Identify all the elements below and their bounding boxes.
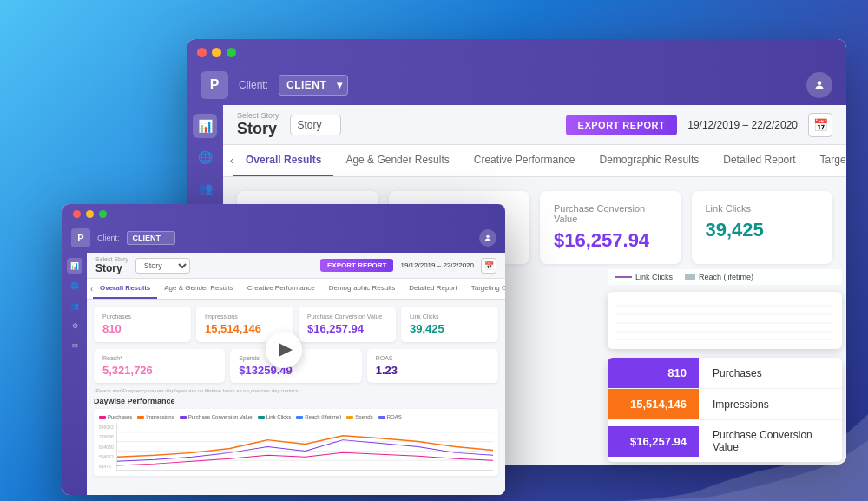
story-dropdown[interactable]: Story xyxy=(290,115,341,135)
app-logo: P xyxy=(201,71,228,99)
client-label: Client: xyxy=(239,79,268,91)
chart-legend: Link Clicks Reach (lifetime) xyxy=(608,269,842,285)
daywise-chart: Purchases Impressions Purchase Conversio… xyxy=(94,409,498,476)
small-link-clicks-card: Link Clicks 39,425 xyxy=(401,307,498,342)
small-pcv-value: $16,257.94 xyxy=(307,322,387,335)
small-roas-label: ROAS xyxy=(376,355,490,361)
small-story-title: Story xyxy=(95,262,128,274)
legend-link-label: Link Clicks xyxy=(635,273,673,281)
y-label-1: 896042 xyxy=(99,425,114,430)
small-sidebar-mail-icon[interactable]: ✉ xyxy=(67,338,82,353)
avatar-btn[interactable] xyxy=(806,72,832,98)
small-sidebar-globe-icon[interactable]: 🌐 xyxy=(67,278,82,293)
close-btn[interactable] xyxy=(197,48,207,57)
client-dropdown[interactable]: CLIENT xyxy=(279,75,348,96)
minimize-btn[interactable] xyxy=(212,48,221,57)
small-close-btn[interactable] xyxy=(73,210,81,218)
legend-reach-bar xyxy=(685,274,695,280)
pcv-card: Purchase Conversion Value $16,257.94 xyxy=(540,191,681,264)
legend-link-line xyxy=(615,276,632,278)
purchases-table-label: Purchases xyxy=(699,359,842,388)
decorative-wave xyxy=(608,414,868,501)
daywise-legend: Purchases Impressions Purchase Conversio… xyxy=(99,414,493,419)
small-sidebar: 📊 🌐 👥 ⚙ ✉ xyxy=(62,253,87,495)
small-minimize-btn[interactable] xyxy=(86,210,94,218)
daywise-section: Daywise Performance Purchases Impression… xyxy=(87,397,505,481)
small-avatar[interactable] xyxy=(479,229,496,247)
y-label-5: 61476 xyxy=(99,464,114,469)
chart-container: 896042 776636 684030 594022 61476 xyxy=(99,423,493,471)
small-app-logo: P xyxy=(71,228,90,247)
small-sidebar-users-icon[interactable]: 👥 xyxy=(67,298,82,313)
tab-creative-performance[interactable]: Creative Performance xyxy=(462,145,588,176)
small-impressions-label: Impressions xyxy=(205,313,285,320)
legend-pcv: Purchase Conversion Value xyxy=(180,414,253,419)
small-app-header: P Client: CLIENT xyxy=(62,223,505,253)
small-spends-value: $13259.49 xyxy=(239,364,352,377)
sidebar-globe-icon[interactable]: 🌐 xyxy=(193,145,217,169)
tab-targeting-cohort[interactable]: Targeting Cohort Table xyxy=(808,145,846,176)
legend-reach-label: Reach (lifetime) xyxy=(699,273,753,281)
small-main-content: Select Story Story Story EXPORT REPORT 1… xyxy=(87,253,505,495)
small-client-dropdown[interactable]: CLIENT xyxy=(127,231,176,245)
small-tab-targeting[interactable]: Targeting Cohort Table xyxy=(464,279,505,299)
sidebar-chart-icon[interactable]: 📊 xyxy=(193,114,217,138)
small-link-clicks-label: Link Clicks xyxy=(410,313,490,320)
small-roas-card: ROAS 1.23 xyxy=(367,349,498,383)
small-tab-detailed[interactable]: Detailed Report xyxy=(402,279,464,299)
small-sidebar-settings-icon[interactable]: ⚙ xyxy=(67,318,82,333)
pcv-value: $16,257.94 xyxy=(554,229,667,252)
small-export-button[interactable]: EXPORT REPORT xyxy=(320,259,393,272)
small-tab-demo[interactable]: Demographic Results xyxy=(322,279,402,299)
story-bar: Select Story Story Story EXPORT REPORT 1… xyxy=(223,105,846,145)
legend-roas: ROAS xyxy=(378,414,402,419)
small-tab-age-gender[interactable]: Age & Gender Results xyxy=(157,279,240,299)
chart-plot-area xyxy=(116,423,493,471)
chart-svg xyxy=(117,423,493,470)
play-triangle-icon xyxy=(279,343,293,357)
small-select-story-label: Select Story xyxy=(95,256,128,262)
small-purchases-value: 810 xyxy=(102,322,182,335)
tab-overall-results[interactable]: Overall Results xyxy=(233,145,333,176)
story-title: Story xyxy=(237,120,279,138)
calendar-icon[interactable]: 📅 xyxy=(808,113,832,137)
tab-detailed-report[interactable]: Detailed Report xyxy=(711,145,807,176)
small-tab-overall[interactable]: Overall Results xyxy=(93,279,157,299)
legend-reach-item: Reach (lifetime) xyxy=(685,273,753,281)
link-clicks-value: 39,425 xyxy=(706,219,819,241)
small-tab-creative[interactable]: Creative Performance xyxy=(240,279,322,299)
tab-demographic[interactable]: Demographic Results xyxy=(588,145,712,176)
legend-link-clicks: Link Clicks xyxy=(258,414,292,419)
small-story-bar: Select Story Story Story EXPORT REPORT 1… xyxy=(87,253,505,279)
select-story-label: Select Story xyxy=(237,111,279,120)
main-titlebar xyxy=(187,39,846,65)
pcv-label: Purchase Conversion Value xyxy=(554,203,667,224)
sidebar-users-icon[interactable]: 👥 xyxy=(193,176,217,201)
daywise-title: Daywise Performance xyxy=(94,397,498,405)
small-pcv-label: Purchase Conversion Value xyxy=(307,313,387,320)
play-button[interactable] xyxy=(266,332,302,368)
link-clicks-label: Link Clicks xyxy=(706,203,819,214)
small-client-label: Client: xyxy=(97,234,120,242)
small-impressions-value: 15,514,146 xyxy=(205,322,285,335)
purchases-table-value: 810 xyxy=(608,358,699,388)
small-story-dropdown[interactable]: Story xyxy=(135,258,190,274)
tab-age-gender[interactable]: Age & Gender Results xyxy=(333,145,461,176)
small-reach-value: 5,321,726 xyxy=(102,364,216,377)
small-tabs-bar: ‹ Overall Results Age & Gender Results C… xyxy=(87,279,505,300)
small-maximize-btn[interactable] xyxy=(99,210,107,218)
small-titlebar xyxy=(62,204,505,223)
small-window: P Client: CLIENT 📊 🌐 👥 ⚙ ✉ Select Story … xyxy=(62,204,505,495)
link-clicks-card: Link Clicks 39,425 xyxy=(692,191,833,264)
small-purchases-card: Purchases 810 xyxy=(94,307,191,342)
legend-link-clicks-item: Link Clicks xyxy=(615,273,673,281)
small-reach-card: Reach* 5,321,726 xyxy=(94,349,225,383)
small-sidebar-chart-icon[interactable]: 📊 xyxy=(67,258,82,274)
maximize-btn[interactable] xyxy=(227,48,236,57)
small-calendar-icon[interactable]: 📅 xyxy=(481,258,496,274)
y-label-2: 776636 xyxy=(99,434,114,439)
svg-point-1 xyxy=(486,235,489,238)
legend-reach: Reach (lifetime) xyxy=(296,414,341,419)
export-report-button[interactable]: EXPORT REPORT xyxy=(566,115,678,135)
small-roas-value: 1.23 xyxy=(376,364,490,377)
